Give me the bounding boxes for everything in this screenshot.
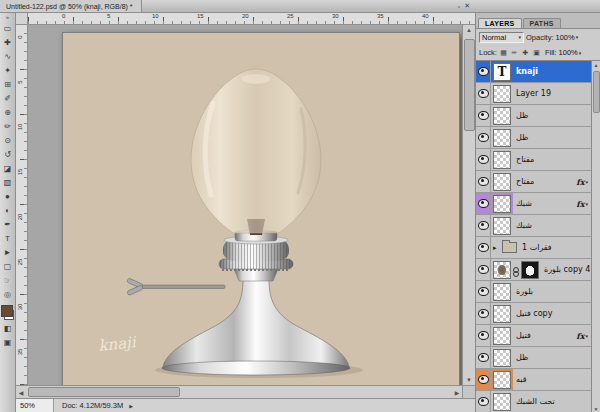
vertical-scroll-thumb[interactable] (464, 39, 475, 131)
scroll-left-icon[interactable]: ◀ (16, 389, 26, 396)
visibility-toggle[interactable] (476, 83, 491, 104)
expand-arrow-icon[interactable]: ▸ (493, 244, 499, 252)
layer-name[interactable]: Layer 19 (513, 89, 591, 98)
visibility-toggle[interactable] (476, 149, 491, 170)
crop-tool[interactable]: ⊞ (2, 79, 14, 90)
horizontal-scroll-thumb[interactable] (28, 387, 180, 397)
scroll-up-icon[interactable]: ▲ (466, 25, 472, 35)
screen-mode-button[interactable]: ▣ (2, 337, 14, 348)
mask-link-icon[interactable] (513, 267, 519, 273)
layer-row[interactable]: شبكfx▾ (476, 193, 591, 215)
gradient-tool[interactable]: ▧ (2, 177, 14, 188)
panel-scroll-track[interactable] (592, 69, 600, 405)
layer-row[interactable]: شبك (476, 215, 591, 237)
visibility-toggle[interactable] (476, 369, 491, 390)
layer-row[interactable]: قبه (476, 369, 591, 391)
layer-thumbnail[interactable] (493, 327, 511, 345)
layer-thumbnail[interactable] (493, 107, 511, 125)
horizontal-scrollbar[interactable]: ◀ ▶ (16, 386, 462, 398)
layer-name[interactable]: بلورة (513, 287, 591, 296)
layer-name[interactable]: فتيل copy (513, 309, 591, 318)
layer-row[interactable]: مفتاحfx▾ (476, 171, 591, 193)
type-tool[interactable]: T (2, 233, 14, 244)
layer-row[interactable]: فتيل copy (476, 303, 591, 325)
zoom-level-field[interactable]: 50% (16, 399, 54, 412)
scroll-up-icon[interactable]: ▲ (594, 61, 599, 69)
layer-name[interactable]: ظل (513, 353, 591, 362)
hand-tool[interactable]: ☞ (2, 275, 14, 286)
layer-effects-badge[interactable]: fx▾ (576, 199, 591, 209)
move-tool[interactable]: ✚ (2, 37, 14, 48)
status-menu-arrow-icon[interactable]: ▶ (129, 403, 133, 409)
layer-row[interactable]: ظل (476, 347, 591, 369)
folder-icon[interactable] (502, 242, 517, 253)
visibility-toggle[interactable] (476, 347, 491, 368)
brush-tool[interactable]: ✏ (2, 121, 14, 132)
layer-thumbnail[interactable] (493, 349, 511, 367)
foreground-color-swatch[interactable] (1, 305, 13, 317)
layer-thumbnail[interactable] (493, 283, 511, 301)
lock-position-icon[interactable]: ✚ (521, 48, 530, 57)
visibility-toggle[interactable] (476, 281, 491, 302)
visibility-toggle[interactable] (476, 237, 491, 258)
layer-thumbnail[interactable] (493, 217, 511, 235)
layer-name[interactable]: knaji (513, 67, 591, 76)
blend-mode-select[interactable]: Normal ▾ (479, 32, 524, 43)
layer-row[interactable]: بلورة copy 4 (476, 259, 591, 281)
layer-thumbnail[interactable] (493, 129, 511, 147)
layer-row[interactable]: Tknaji (476, 61, 591, 83)
layer-name[interactable]: فقرات 1 (519, 243, 591, 252)
layer-name[interactable]: بلورة copy 4 (541, 265, 591, 274)
layer-mask-thumbnail[interactable] (521, 261, 539, 279)
visibility-toggle[interactable] (476, 303, 491, 324)
layer-row[interactable]: ظل (476, 127, 591, 149)
layer-thumbnail[interactable] (493, 85, 511, 103)
dodge-tool[interactable]: ◐ (2, 205, 14, 216)
lock-all-icon[interactable]: ▣ (532, 48, 541, 57)
eraser-tool[interactable]: ◪ (2, 163, 14, 174)
pen-tool[interactable]: ✒ (2, 219, 14, 230)
tab-paths[interactable]: PATHS (523, 18, 561, 28)
ruler-corner[interactable] (16, 13, 28, 24)
document-canvas[interactable]: knaji (62, 32, 460, 385)
scroll-down-icon[interactable]: ▼ (594, 405, 599, 412)
layer-row[interactable]: ▸فقرات 1 (476, 237, 591, 259)
layer-effects-badge[interactable]: fx▾ (576, 177, 591, 187)
visibility-toggle[interactable] (476, 127, 491, 148)
layer-row[interactable]: بلورة (476, 281, 591, 303)
visibility-toggle[interactable] (476, 105, 491, 126)
layer-thumbnail[interactable] (493, 393, 511, 411)
history-brush-tool[interactable]: ↺ (2, 149, 14, 160)
layer-thumbnail[interactable] (493, 261, 511, 279)
layer-thumbnail[interactable] (493, 371, 511, 389)
layer-row[interactable]: فتيلfx▾ (476, 325, 591, 347)
lock-transparency-icon[interactable]: ▦ (499, 48, 508, 57)
layer-row[interactable]: مفتاح (476, 149, 591, 171)
layer-row[interactable]: تحت الشبك (476, 391, 591, 412)
lasso-tool[interactable]: ∿ (2, 51, 14, 62)
layer-name[interactable]: ظل (513, 111, 591, 120)
text-layer-thumbnail[interactable]: T (493, 63, 511, 81)
vertical-scroll-track[interactable] (463, 35, 475, 375)
zoom-tool[interactable]: ◎ (2, 289, 14, 300)
layer-name[interactable]: مفتاح (513, 177, 576, 186)
panel-scroll-thumb[interactable] (593, 71, 600, 113)
layer-row[interactable]: Layer 19 (476, 83, 591, 105)
layer-effects-badge[interactable]: fx▾ (576, 331, 591, 341)
visibility-toggle[interactable] (476, 325, 491, 346)
toolbar-collapse-icon[interactable]: » (6, 14, 9, 20)
visibility-toggle[interactable] (476, 171, 491, 192)
healing-brush-tool[interactable]: ⊕ (2, 107, 14, 118)
layer-thumbnail[interactable] (493, 173, 511, 191)
eyedropper-tool[interactable]: ✐ (2, 93, 14, 104)
lock-pixels-icon[interactable]: ✏ (510, 48, 519, 57)
scroll-right-icon[interactable]: ▶ (452, 389, 462, 396)
layer-row[interactable]: ظل (476, 105, 591, 127)
close-window-icon[interactable]: ✕ (464, 2, 470, 10)
opacity-field[interactable]: 100% ▾ (556, 33, 579, 42)
scroll-down-icon[interactable]: ▼ (466, 375, 472, 385)
layer-thumbnail[interactable] (493, 151, 511, 169)
layer-name[interactable]: مفتاح (513, 155, 591, 164)
layer-thumbnail[interactable] (493, 195, 511, 213)
visibility-toggle[interactable] (476, 259, 491, 280)
